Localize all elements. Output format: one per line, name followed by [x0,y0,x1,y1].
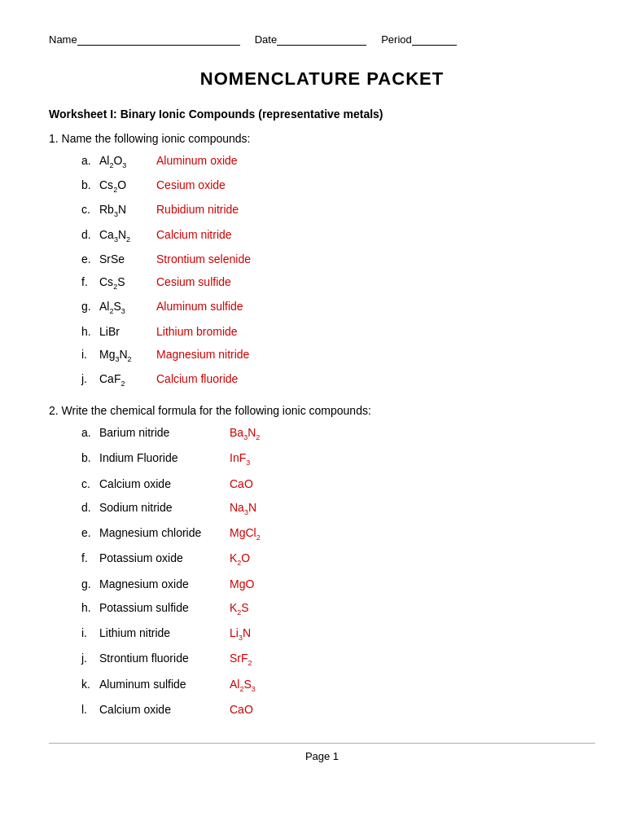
item-letter: c. [81,475,99,493]
list-item: i. Lithium nitride Li3N [81,624,595,643]
formula-answer: CaO [230,700,253,718]
date-underline [277,33,366,46]
list-item: g. Al2S3 Aluminum sulfide [81,297,595,317]
item-letter: d. [81,226,99,244]
list-item: j. CaF2 Calcium fluoride [81,370,595,389]
formula-answer: MgCl2 [230,524,261,543]
list-item: h. LiBr Lithium bromide [81,323,595,340]
header: Name Date Period [49,33,595,46]
compound-name: Aluminum sulfide [99,675,230,693]
list-item: e. Magnesium chloride MgCl2 [81,524,595,543]
list-item: h. Potassium sulfide K2S [81,599,595,618]
formula: Ca3N2 [99,226,156,245]
formula-answer: Na3N [230,498,256,518]
list-item: a. Barium nitride Ba3N2 [81,424,595,443]
formula-answer: Ba3N2 [230,424,260,443]
page-footer: Page 1 [49,743,595,762]
item-letter: e. [81,524,99,542]
q1-label: 1. Name the following ionic compounds: [49,132,595,145]
item-letter: i. [81,345,99,363]
q1-list: a. Al2O3 Aluminum oxide b. Cs2O Cesium o… [81,151,595,389]
formula-answer: Al2S3 [230,675,256,695]
list-item: f. Cs2S Cesium sulfide [81,273,595,292]
formula-answer: K2O [230,549,250,568]
item-letter: i. [81,624,99,642]
q2-label: 2. Write the chemical formula for the fo… [49,404,595,417]
formula: LiBr [99,323,156,340]
list-item: i. Mg3N2 Magnesium nitride [81,345,595,365]
worksheet-title: Worksheet I: Binary Ionic Compounds (rep… [49,108,595,121]
list-item: b. Cs2O Cesium oxide [81,176,595,195]
page-number: Page 1 [305,750,339,762]
compound-name: Potassium oxide [99,549,230,567]
formula: Rb3N [99,200,156,220]
item-letter: k. [81,675,99,693]
item-letter: a. [81,151,99,169]
formula: Cs2O [99,176,156,195]
page-title: Nomenclature Packet [49,68,595,90]
compound-name: Magnesium chloride [99,524,230,542]
item-letter: e. [81,250,99,268]
item-letter: h. [81,599,99,617]
list-item: k. Aluminum sulfide Al2S3 [81,675,595,695]
formula: Mg3N2 [99,345,156,365]
item-letter: g. [81,575,99,593]
list-item: c. Calcium oxide CaO [81,475,595,493]
answer: Rubidium nitride [156,200,239,218]
answer: Calcium nitride [156,226,232,244]
item-letter: c. [81,200,99,218]
item-letter: b. [81,449,99,467]
compound-name: Potassium sulfide [99,599,230,617]
answer: Aluminum oxide [156,151,238,169]
list-item: a. Al2O3 Aluminum oxide [81,151,595,171]
answer: Magnesium nitride [156,345,249,363]
compound-name: Barium nitride [99,424,230,441]
compound-name: Magnesium oxide [99,575,230,593]
formula-answer: K2S [230,599,249,618]
list-item: c. Rb3N Rubidium nitride [81,200,595,220]
item-letter: d. [81,498,99,516]
formula: Cs2S [99,273,156,292]
q2-list: a. Barium nitride Ba3N2 b. Indium Fluori… [81,424,595,718]
name-label: Name [49,33,77,46]
list-item: e. SrSe Strontium selenide [81,250,595,268]
item-letter: g. [81,297,99,315]
formula: Al2S3 [99,297,156,317]
compound-name: Calcium oxide [99,475,230,493]
name-underline [77,33,240,46]
date-label: Date [255,33,277,46]
item-letter: f. [81,273,99,291]
compound-name: Strontium fluoride [99,649,230,667]
period-underline [412,33,457,46]
list-item: f. Potassium oxide K2O [81,549,595,568]
list-item: g. Magnesium oxide MgO [81,575,595,593]
item-letter: j. [81,370,99,388]
formula-answer: CaO [230,475,253,493]
list-item: j. Strontium fluoride SrF2 [81,649,595,669]
answer: Lithium bromide [156,323,238,340]
formula: CaF2 [99,370,156,389]
compound-name: Sodium nitride [99,498,230,516]
question-1: 1. Name the following ionic compounds: a… [49,132,595,389]
answer: Strontium selenide [156,250,251,268]
item-letter: b. [81,176,99,194]
item-letter: f. [81,549,99,567]
formula-answer: InF3 [230,449,250,468]
formula: Al2O3 [99,151,156,171]
answer: Aluminum sulfide [156,297,243,315]
compound-name: Lithium nitride [99,624,230,642]
answer: Cesium sulfide [156,273,231,291]
list-item: d. Ca3N2 Calcium nitride [81,226,595,245]
formula-answer: MgO [230,575,254,593]
item-letter: h. [81,323,99,340]
item-letter: j. [81,649,99,667]
list-item: l. Calcium oxide CaO [81,700,595,718]
compound-name: Calcium oxide [99,700,230,718]
answer: Calcium fluoride [156,370,238,388]
formula-answer: Li3N [230,624,251,643]
period-label: Period [381,33,412,46]
question-2: 2. Write the chemical formula for the fo… [49,404,595,718]
item-letter: l. [81,700,99,718]
formula-answer: SrF2 [230,649,252,669]
answer: Cesium oxide [156,176,226,194]
